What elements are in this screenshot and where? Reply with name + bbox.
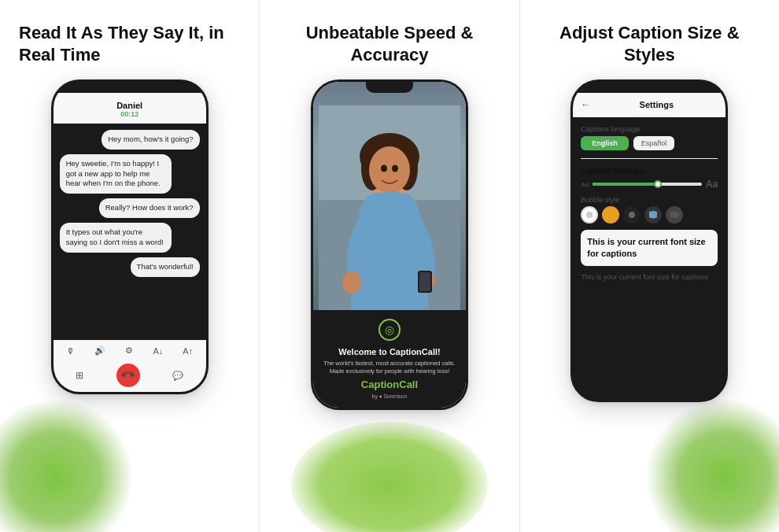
bubble-style-1[interactable] — [581, 206, 598, 224]
phone-icon: 📞 — [120, 368, 136, 384]
call-controls-top: 🎙 🔊 ⚙ A↓ A↑ — [54, 340, 206, 360]
bubble-style-3[interactable] — [623, 206, 641, 224]
slider-thumb — [654, 180, 662, 188]
phone-notch-3 — [626, 82, 673, 93]
phone-mockup-2: ◎ Welcome to CaptionCall! The world's fa… — [311, 79, 468, 410]
panel-2-title: Unbeatable Speed & Accuracy — [275, 22, 503, 65]
font-down-icon[interactable]: A↓ — [153, 346, 163, 356]
caption-preview-large: This is your current font size for capti… — [581, 230, 718, 266]
svg-point-14 — [629, 212, 635, 218]
brand-name: CaptionCall — [361, 379, 418, 390]
settings-title: Settings — [595, 100, 718, 109]
phone2-bottom-area: ◎ Welcome to CaptionCall! The world's fa… — [313, 310, 466, 408]
panel-2: Unbeatable Speed & Accuracy — [259, 0, 519, 532]
chat-bubble-icon[interactable]: 💬 — [172, 371, 183, 381]
msg-4: It types out what you're saying so I don… — [60, 223, 172, 253]
chat-header: Daniel 00:12 — [54, 93, 206, 124]
call-controls-bottom: ⊞ 📞 💬 — [54, 360, 206, 392]
back-icon[interactable]: ← — [581, 99, 590, 110]
caption-settings-section: Caption Settings Aa Aa — [581, 167, 718, 190]
phone-mockup-3: ← Settings Captions language English Esp… — [570, 79, 728, 402]
language-buttons: English Español — [581, 136, 718, 150]
brand-sub: by ♦ Sorenson — [372, 393, 408, 399]
caption-settings-label: Caption Settings — [581, 167, 718, 175]
welcome-text: Welcome to CaptionCall! — [338, 347, 440, 357]
bubble-style-label: Bubble style — [581, 196, 718, 204]
espanol-lang-button[interactable]: Español — [633, 136, 675, 150]
msg-2: Hey sweetie, I'm so happy! I got a new a… — [60, 154, 172, 194]
english-lang-button[interactable]: English — [581, 136, 629, 150]
font-size-slider[interactable] — [593, 183, 702, 186]
svg-point-6 — [369, 146, 410, 194]
svg-point-8 — [392, 164, 398, 172]
slider-fill — [593, 183, 658, 186]
phone-screen-1: Daniel 00:12 Hey mom, how's it going? He… — [54, 82, 206, 392]
phone-notch — [106, 82, 153, 93]
bubble-style-section: Bubble style — [581, 196, 718, 224]
svg-point-7 — [381, 164, 387, 172]
tagline-text: The world's fastest, most accurate capti… — [319, 360, 460, 375]
font-up-icon[interactable]: A↑ — [183, 346, 193, 356]
phone-screen-3: ← Settings Captions language English Esp… — [573, 82, 725, 400]
phone-mockup-1: Daniel 00:12 Hey mom, how's it going? He… — [51, 79, 209, 394]
phone-screen-2: ◎ Welcome to CaptionCall! The world's fa… — [313, 82, 466, 408]
volume-icon[interactable]: 🔊 — [94, 345, 105, 356]
captioncall-logo-icon: ◎ — [378, 319, 401, 341]
msg-1: Hey mom, how's it going? — [102, 130, 199, 150]
font-size-small-label: Aa — [581, 181, 589, 188]
captions-language-section: Captions language English Español — [581, 125, 718, 150]
svg-point-13 — [586, 212, 593, 218]
settings-body: Captions language English Español Captio… — [573, 117, 725, 290]
msg-5: That's wonderful! — [131, 257, 200, 277]
bubble-options — [581, 206, 718, 224]
caller-name: Daniel — [60, 101, 200, 110]
font-size-slider-row: Aa Aa — [581, 179, 718, 190]
divider-1 — [581, 158, 718, 159]
panel-3-title: Adjust Caption Size & Styles — [536, 22, 763, 65]
captions-language-label: Captions language — [581, 125, 718, 133]
mute-icon[interactable]: 🎙 — [66, 346, 75, 356]
grid-icon[interactable]: ⊞ — [76, 370, 83, 381]
caption-preview-small: This is your current font size for capti… — [581, 272, 718, 282]
settings-header: ← Settings — [573, 93, 725, 117]
svg-rect-12 — [419, 272, 430, 291]
person-svg — [319, 105, 460, 310]
msg-3: Really? How does it work? — [99, 198, 200, 218]
end-call-button[interactable]: 📞 — [116, 364, 140, 387]
bubble-style-5[interactable] — [666, 206, 683, 224]
svg-rect-15 — [670, 212, 679, 218]
chat-messages: Hey mom, how's it going? Hey sweetie, I'… — [54, 124, 206, 340]
person-photo — [313, 82, 466, 310]
call-time: 00:12 — [60, 110, 200, 118]
panel-1-title: Read It As They Say It, in Real Time — [16, 22, 243, 65]
settings-icon[interactable]: ⚙ — [125, 345, 133, 356]
phone-notch-2 — [366, 82, 413, 93]
panel-1: Read It As They Say It, in Real Time Dan… — [0, 0, 259, 532]
svg-point-9 — [342, 272, 361, 294]
panel-3: Adjust Caption Size & Styles ← Settings … — [520, 0, 779, 532]
bubble-style-4[interactable] — [644, 206, 662, 224]
bubble-style-2[interactable] — [602, 206, 619, 224]
font-size-large-label: Aa — [706, 179, 718, 190]
